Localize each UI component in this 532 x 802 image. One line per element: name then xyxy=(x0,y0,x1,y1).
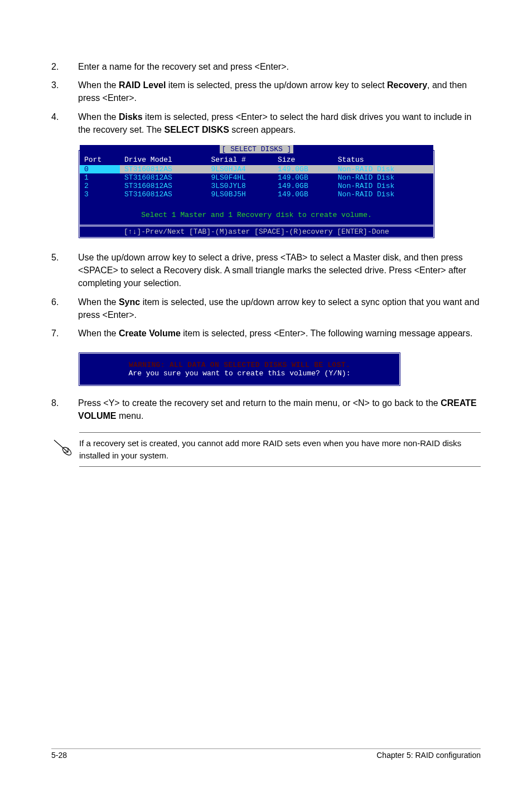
text: item is selected, press <Enter>. The fol… xyxy=(181,328,473,338)
col-serial: Serial # xyxy=(206,156,273,165)
step-2: 2. Enter a name for the recovery set and… xyxy=(51,60,481,73)
step-8: 8. Press <Y> to create the recovery set … xyxy=(51,397,481,422)
text: Press <Y> to create the recovery set and… xyxy=(78,398,441,408)
page-number: 5-28 xyxy=(51,751,67,760)
step-number: 5. xyxy=(51,251,78,290)
chapter-label: Chapter 5: RAID configuration xyxy=(376,751,481,760)
term-select-disks: SELECT DISKS xyxy=(164,125,229,134)
table-row: 1 ST3160812AS 9LS0F4HL 149.0GB Non-RAID … xyxy=(80,173,433,182)
text: When the xyxy=(78,328,119,338)
col-model: Drive Model xyxy=(120,156,206,165)
step-7: 7. When the Create Volume item is select… xyxy=(51,327,481,340)
cell: ST3160812AS xyxy=(120,190,206,199)
bios-title: [ SELECT DISKS ] xyxy=(80,145,433,153)
step-text: When the Sync item is selected, use the … xyxy=(78,296,481,321)
cell: Non-RAID Disk xyxy=(333,182,433,190)
bios-panel: [ SELECT DISKS ] Port Drive Model Serial… xyxy=(78,149,435,239)
step-4: 4. When the Disks item is selected, pres… xyxy=(51,110,481,136)
step-5: 5. Use the up/down arrow key to select a… xyxy=(51,251,481,290)
term-create-volume: Create Volume xyxy=(119,328,181,338)
cell: 149.0GB xyxy=(273,182,333,190)
step-3: 3. When the RAID Level item is selected,… xyxy=(51,79,481,104)
bios-title-label: [ SELECT DISKS ] xyxy=(220,145,294,153)
step-list-continued-2: 8. Press <Y> to create the recovery set … xyxy=(51,397,481,422)
step-text: Enter a name for the recovery set and pr… xyxy=(78,60,481,73)
text: item is selected, press the up/down arro… xyxy=(166,80,387,90)
step-number: 8. xyxy=(51,397,78,422)
note-text: If a recovery set is created, you cannot… xyxy=(79,432,481,467)
warning-line2: Are you sure you want to create this vol… xyxy=(80,369,399,378)
cell: 9LS0HJA4 xyxy=(206,165,273,173)
text: When the xyxy=(78,112,119,122)
page: 2. Enter a name for the recovery set and… xyxy=(0,0,532,802)
col-size: Size xyxy=(273,156,333,165)
step-text: When the Disks item is selected, press <… xyxy=(78,110,481,136)
cell: 149.0GB xyxy=(273,173,333,182)
warning-line1: WARNING: ALL DATA ON SELECTED DISKS WILL… xyxy=(80,361,399,369)
cell: 3 xyxy=(80,190,120,199)
step-text: When the Create Volume item is selected,… xyxy=(78,327,481,340)
step-number: 7. xyxy=(51,327,78,340)
cell: 9LS0BJ5H xyxy=(206,190,273,199)
step-number: 3. xyxy=(51,79,78,104)
table-row: 0 ST3160812AS 9LS0HJA4 149.0GB Non-RAID … xyxy=(80,165,433,173)
bios-footer: [↑↓]-Prev/Next [TAB]-(M)aster [SPACE]-(R… xyxy=(80,225,433,237)
cell: 149.0GB xyxy=(273,165,333,173)
step-number: 6. xyxy=(51,296,78,321)
cell: Non-RAID Disk xyxy=(333,165,433,173)
step-6: 6. When the Sync item is selected, use t… xyxy=(51,296,481,321)
text: When the xyxy=(78,80,119,90)
step-list-continued: 5. Use the up/down arrow key to select a… xyxy=(51,251,481,340)
table-header-row: Port Drive Model Serial # Size Status xyxy=(80,156,433,165)
text: screen appears. xyxy=(229,125,296,134)
cell: 2 xyxy=(80,182,120,190)
cell: ST3160812AS xyxy=(120,173,206,182)
page-footer: 5-28 Chapter 5: RAID configuration xyxy=(51,748,481,760)
cell: Non-RAID Disk xyxy=(333,190,433,199)
bios-screenshot: [ SELECT DISKS ] Port Drive Model Serial… xyxy=(78,149,481,239)
table-row: 3 ST3160812AS 9LS0BJ5H 149.0GB Non-RAID … xyxy=(80,190,433,199)
step-list: 2. Enter a name for the recovery set and… xyxy=(51,60,481,136)
cell: ST3160812AS xyxy=(120,182,206,190)
step-text: Use the up/down arrow key to select a dr… xyxy=(78,251,481,290)
term-disks: Disks xyxy=(119,112,143,122)
col-port: Port xyxy=(80,156,120,165)
cell: 9LS0F4HL xyxy=(206,173,273,182)
term-recovery: Recovery xyxy=(387,80,427,90)
text: When the xyxy=(78,297,119,307)
cell: 0 xyxy=(80,165,120,173)
term-raid-level: RAID Level xyxy=(119,80,166,90)
step-text: When the RAID Level item is selected, pr… xyxy=(78,79,481,104)
table-row: 2 ST3160812AS 3LS0JYL8 149.0GB Non-RAID … xyxy=(80,182,433,190)
step-number: 2. xyxy=(51,60,78,73)
text: menu. xyxy=(116,411,143,421)
cell: 3LS0JYL8 xyxy=(206,182,273,190)
step-text: Press <Y> to create the recovery set and… xyxy=(78,397,481,422)
cell: 1 xyxy=(80,173,120,182)
warning-panel: WARNING: ALL DATA ON SELECTED DISKS WILL… xyxy=(78,352,401,386)
disk-table: Port Drive Model Serial # Size Status 0 … xyxy=(80,156,433,199)
bios-message: Select 1 Master and 1 Recovery disk to c… xyxy=(80,199,433,225)
col-status: Status xyxy=(333,156,433,165)
note-icon xyxy=(51,432,79,460)
step-number: 4. xyxy=(51,110,78,136)
term-sync: Sync xyxy=(119,297,140,307)
cell: Non-RAID Disk xyxy=(333,173,433,182)
cell: 149.0GB xyxy=(273,190,333,199)
cell: ST3160812AS xyxy=(120,165,206,173)
warning-screenshot: WARNING: ALL DATA ON SELECTED DISKS WILL… xyxy=(78,352,481,386)
note-block: If a recovery set is created, you cannot… xyxy=(51,432,481,467)
